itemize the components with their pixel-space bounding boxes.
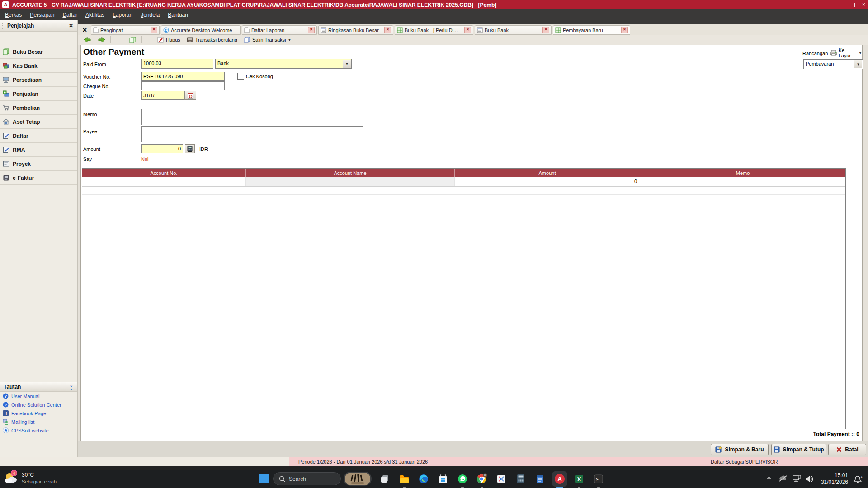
microsoft-store-icon[interactable]: [437, 473, 449, 485]
chrome-icon[interactable]: K: [476, 473, 488, 485]
start-button[interactable]: [259, 474, 269, 486]
menu-laporan[interactable]: Laporan: [108, 9, 137, 20]
chevron-down-icon[interactable]: ▼: [288, 38, 292, 42]
sidebar-item-pembelian[interactable]: Pembelian: [0, 101, 77, 115]
simpan-baru-button[interactable]: Simpan & Baru: [711, 444, 769, 455]
table-row[interactable]: 0: [82, 177, 845, 187]
calendar-button[interactable]: 15: [184, 91, 196, 100]
menu-daftar[interactable]: Daftar: [58, 9, 81, 20]
col-account-name[interactable]: Account Name: [246, 169, 455, 177]
chevron-double-down-icon[interactable]: ⌄⌄: [70, 384, 73, 390]
paid-from-code-input[interactable]: 1000.03: [141, 59, 213, 69]
tab-daftar-laporan[interactable]: Daftar Laporan ✕: [242, 25, 317, 35]
cheque-no-input[interactable]: [141, 81, 225, 90]
ke-layar-button[interactable]: Ke Layar ▼: [830, 48, 862, 57]
batal-button[interactable]: Batal: [828, 444, 866, 455]
terminal-icon[interactable]: >_: [593, 473, 604, 485]
sidebar-close-icon[interactable]: ✕: [69, 23, 73, 29]
sidebar-item-efaktur[interactable]: e-Faktur: [0, 171, 77, 185]
hapus-button[interactable]: Hapus: [156, 36, 182, 43]
col-account-no[interactable]: Account No.: [82, 169, 246, 177]
close-button[interactable]: ×: [862, 0, 865, 9]
sidebar-item-rma[interactable]: RMA: [0, 143, 77, 157]
table-row-empty[interactable]: [82, 187, 845, 195]
search-input[interactable]: Search: [273, 472, 341, 485]
menu-persiapan[interactable]: Persiapan: [26, 9, 58, 20]
sidebar-item-penjualan[interactable]: Penjualan: [0, 87, 77, 101]
salin-transaksi-button[interactable]: Salin Transaksi ▼: [242, 36, 293, 43]
notepad-icon[interactable]: [534, 473, 546, 485]
snipping-tool-icon[interactable]: [495, 473, 507, 485]
memo-input[interactable]: [141, 109, 363, 125]
back-button[interactable]: [81, 36, 93, 43]
file-explorer-icon[interactable]: [398, 473, 410, 485]
template-select[interactable]: Pembayaran ▼: [803, 59, 863, 69]
task-view-icon[interactable]: [379, 473, 391, 485]
sidebar-item-proyek[interactable]: Proyek: [0, 157, 77, 171]
tab-accurate-desktop-welcome[interactable]: e Accurate Desktop Welcome: [161, 25, 241, 35]
preview-button[interactable]: [127, 36, 138, 44]
paid-from-account-select[interactable]: Bank ▼: [215, 59, 352, 69]
sidebar-item-persediaan[interactable]: Persediaan: [0, 73, 77, 87]
menu-bantuan[interactable]: Bantuan: [164, 9, 192, 20]
amount-input[interactable]: 0: [141, 144, 183, 153]
link-cpssoft-website[interactable]: e CPSSoft website: [0, 426, 77, 435]
whatsapp-icon[interactable]: [457, 473, 468, 485]
close-icon[interactable]: ✕: [542, 27, 549, 33]
close-icon[interactable]: ✕: [464, 27, 471, 33]
close-icon[interactable]: ✕: [308, 27, 315, 33]
taskbar-clock[interactable]: 15:01 31/01/2026: [814, 472, 848, 486]
sidebar-item-daftar[interactable]: Daftar: [0, 129, 77, 143]
cell-memo[interactable]: [640, 177, 845, 186]
cell-account-name[interactable]: [246, 177, 455, 186]
close-icon[interactable]: ✕: [151, 27, 157, 33]
payee-input[interactable]: [141, 126, 363, 142]
restore-button[interactable]: [850, 3, 855, 7]
chevron-down-icon[interactable]: ▼: [859, 51, 862, 55]
chevron-down-icon[interactable]: ▼: [343, 60, 351, 68]
tab-pengingat[interactable]: Pengingat ✕: [91, 25, 160, 35]
calculator-icon[interactable]: [515, 473, 527, 485]
search-highlight-thumbnail[interactable]: [344, 472, 372, 486]
weather-widget[interactable]: 4 30°C Sebagian cerah: [4, 471, 57, 485]
minimize-button[interactable]: –: [840, 0, 843, 9]
close-icon[interactable]: ✕: [621, 27, 628, 33]
tab-buku-bank-perlu[interactable]: Buku Bank - [ Perlu Di... ✕: [395, 25, 473, 35]
close-icon[interactable]: ✕: [384, 27, 391, 33]
sidebar-item-kas-bank[interactable]: Kas Bank: [0, 59, 77, 73]
calculator-button[interactable]: [185, 144, 195, 153]
menu-jendela[interactable]: Jendela: [137, 9, 164, 20]
edge-icon[interactable]: [418, 473, 429, 485]
speaker-icon[interactable]: [805, 475, 814, 485]
menu-berkas[interactable]: Berkas: [1, 9, 26, 20]
date-input[interactable]: 31/1/: [141, 91, 184, 100]
voucher-no-input[interactable]: RSE-BK1225-090: [141, 72, 225, 81]
tray-chevron-up-icon[interactable]: [766, 475, 772, 483]
tabstrip-close-icon[interactable]: ✕: [82, 27, 87, 33]
cell-account-no[interactable]: [82, 177, 246, 186]
forward-button[interactable]: [96, 36, 108, 43]
sidebar-item-aset-tetap[interactable]: Aset Tetap: [0, 115, 77, 129]
transaksi-berulang-button[interactable]: Transaksi berulang: [185, 36, 239, 43]
col-memo[interactable]: Memo: [640, 169, 845, 177]
link-online-solution-center[interactable]: ? Online Solution Center: [0, 400, 77, 409]
cell-amount[interactable]: 0: [455, 177, 640, 186]
cek-kosong-checkbox[interactable]: [237, 73, 244, 80]
sidebar-item-buku-besar[interactable]: Buku Besar: [0, 45, 77, 59]
network-ethernet-icon[interactable]: [792, 475, 801, 485]
link-user-manual[interactable]: ? User Manual: [0, 392, 77, 400]
chevron-down-icon[interactable]: ▼: [854, 60, 862, 68]
tautan-header[interactable]: Tautan ⌄⌄: [0, 382, 77, 392]
onedrive-paused-icon[interactable]: [778, 475, 788, 484]
link-mailing-list[interactable]: Mailing list: [0, 418, 77, 426]
accurate-app-icon[interactable]: A: [554, 473, 566, 485]
menu-aktifitas[interactable]: Aktifitas: [81, 9, 108, 20]
col-amount[interactable]: Amount: [455, 169, 640, 177]
notification-bell-icon[interactable]: z: [853, 474, 863, 485]
tab-pembayaran-baru[interactable]: Pembayaran Baru ✕: [553, 25, 630, 35]
simpan-tutup-button[interactable]: Simpan & Tutup: [771, 444, 826, 455]
excel-icon[interactable]: X: [573, 473, 585, 485]
tab-ringkasan-buku-besar[interactable]: Ringkasan Buku Besar ✕: [318, 25, 393, 35]
link-facebook-page[interactable]: f Facebook Page: [0, 409, 77, 418]
tab-buku-bank[interactable]: Buku Bank ✕: [475, 25, 552, 35]
